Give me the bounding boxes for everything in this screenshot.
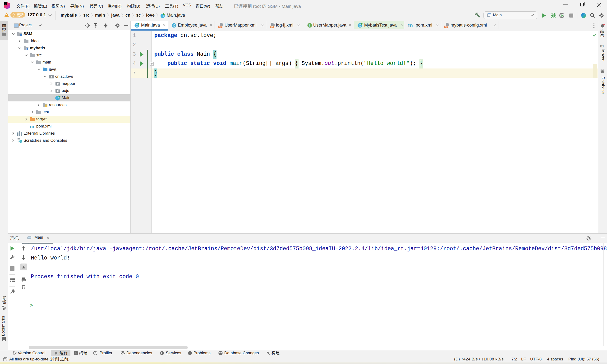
svg-text:C: C <box>359 24 361 27</box>
svg-text:C: C <box>56 96 59 100</box>
svg-text:<>: <> <box>270 26 273 28</box>
svg-text:C: C <box>173 24 175 27</box>
svg-text:<>: <> <box>219 26 222 28</box>
svg-text:<>: <> <box>445 26 448 28</box>
svg-text:C: C <box>136 24 138 27</box>
svg-text:I: I <box>309 24 310 27</box>
